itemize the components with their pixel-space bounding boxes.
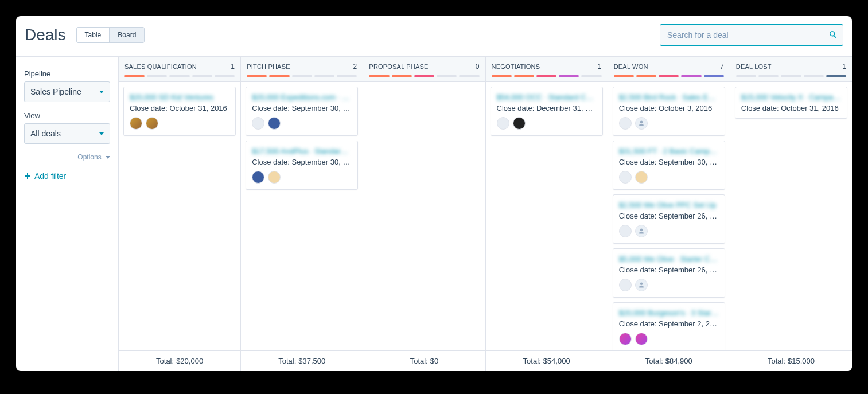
close-date-value: October 31, 2016 — [169, 104, 227, 112]
deal-title: $54,000 OCC · Standard Campa… — [497, 93, 597, 102]
close-date-label: Close date: — [252, 104, 291, 112]
column-title-row: NEGOTIATIONS1 — [492, 63, 602, 71]
deal-close-date: Close date: October 31, 2016 — [130, 104, 229, 112]
column-progress — [736, 75, 846, 77]
deal-avatars — [619, 117, 719, 130]
column-cards: $2,500 Bird Rock · Sales Enab…Close date… — [608, 82, 730, 350]
column-count: 0 — [476, 63, 480, 71]
search-input[interactable] — [666, 30, 829, 40]
deal-close-date: Close date: December 31, 2016 — [497, 104, 597, 112]
progress-segment — [636, 75, 656, 77]
column-total: Total: $54,000 — [486, 350, 608, 371]
column-total: Total: $15,000 — [730, 350, 852, 371]
avatar — [619, 117, 632, 130]
deal-card[interactable]: $2,500 Bird Rock · Sales Enab…Close date… — [613, 87, 725, 136]
column-title: PROPOSAL PHASE — [369, 63, 428, 70]
total-value: $20,000 — [176, 357, 203, 365]
deal-card[interactable]: $5,000 We Olive · Starter Ca…Close date:… — [613, 248, 725, 298]
total-label: Total: — [410, 357, 428, 365]
search-icon — [829, 30, 837, 40]
column-title-row: PITCH PHASE2 — [247, 63, 357, 71]
close-date-value: September 30, 2016 — [292, 104, 352, 112]
person-icon — [638, 282, 645, 288]
deal-title: $5,000 We Olive · Starter Ca… — [619, 255, 719, 263]
deal-card[interactable]: $15,000 Velocity X · CampaignClose date:… — [735, 87, 847, 119]
avatar — [252, 171, 264, 184]
avatar — [268, 171, 281, 184]
progress-segment — [147, 75, 167, 77]
deal-card[interactable]: $20,000 SD Kid VenturesClose date: Octob… — [123, 87, 236, 136]
column-header: PITCH PHASE2 — [241, 57, 363, 82]
avatar — [146, 117, 158, 130]
progress-segment — [124, 75, 145, 77]
progress-segment — [392, 75, 412, 77]
progress-segment — [314, 75, 334, 77]
progress-segment — [781, 75, 801, 77]
view-select[interactable]: All deals — [24, 123, 110, 144]
view-toggle-board[interactable]: Board — [110, 28, 144, 42]
total-value: $15,000 — [788, 357, 815, 365]
pipeline-value: Sales Pipeline — [30, 87, 81, 96]
pipeline-select[interactable]: Sales Pipeline — [24, 81, 110, 102]
close-date-value: October 31, 2016 — [781, 104, 838, 112]
avatar — [635, 225, 648, 237]
progress-segment — [414, 75, 434, 77]
deal-card[interactable]: $20,000 Expeditions.com · Stan…Close dat… — [246, 87, 358, 136]
avatar — [635, 171, 648, 184]
avatar — [635, 279, 648, 291]
column-title-row: SALES QUALIFICATION1 — [124, 63, 235, 71]
deal-card[interactable]: $2,500 We Olive PPC Set UpClose date: Se… — [613, 194, 725, 244]
kanban-column: DEAL WON7$2,500 Bird Rock · Sales Enab…C… — [608, 57, 730, 371]
options-menu[interactable]: Options — [24, 153, 110, 161]
deal-close-date: Close date: September 2, 2016 — [619, 319, 719, 328]
kanban-column: PROPOSAL PHASE0Total: $0 — [363, 57, 485, 371]
avatar — [619, 279, 632, 291]
column-total: Total: $20,000 — [119, 350, 240, 371]
view-toggle-table[interactable]: Table — [77, 28, 110, 42]
filters-sidebar: Pipeline Sales Pipeline View All deals O… — [16, 57, 118, 371]
deal-title: $17,500 AndPlus · Standard Ca… — [252, 147, 352, 155]
total-label: Total: — [523, 357, 541, 365]
column-cards: $20,000 SD Kid VenturesClose date: Octob… — [119, 82, 240, 350]
kanban-column: NEGOTIATIONS1$54,000 OCC · Standard Camp… — [485, 57, 608, 371]
progress-segment — [192, 75, 212, 77]
column-progress — [614, 75, 724, 77]
column-total: Total: $84,900 — [608, 350, 730, 371]
close-date-value: September 26, 20… — [659, 212, 719, 220]
progress-segment — [169, 75, 189, 77]
deal-title: $20,000 Expeditions.com · Stan… — [252, 93, 352, 102]
column-total: Total: $0 — [363, 350, 485, 371]
close-date-value: October 3, 2016 — [659, 104, 712, 112]
total-label: Total: — [645, 357, 663, 365]
progress-segment — [659, 75, 679, 77]
chevron-down-icon — [106, 156, 110, 159]
column-header: DEAL WON7 — [608, 57, 730, 82]
column-title: DEAL LOST — [736, 63, 772, 70]
column-progress — [492, 75, 602, 77]
progress-segment — [269, 75, 289, 77]
total-label: Total: — [768, 357, 785, 365]
column-count: 1 — [231, 63, 235, 71]
view-label: View — [24, 111, 110, 120]
total-value: $84,900 — [665, 357, 692, 365]
deal-close-date: Close date: September 26, 20… — [619, 266, 719, 274]
deal-card[interactable]: $20,000 Burgeson's · 3 Starte…Close date… — [613, 302, 725, 350]
deal-card[interactable]: $54,000 OCC · Standard Campa…Close date:… — [491, 87, 603, 136]
avatar — [252, 117, 264, 130]
deal-card[interactable]: $31,500 FT · 2 Basic Campai…Close date: … — [613, 141, 725, 190]
deal-card[interactable]: $17,500 AndPlus · Standard Ca…Close date… — [246, 141, 358, 190]
deal-avatars — [252, 171, 352, 184]
progress-segment — [536, 75, 556, 77]
deal-avatars — [130, 117, 229, 130]
avatar — [268, 117, 281, 130]
chevron-down-icon — [99, 132, 104, 135]
add-filter-button[interactable]: Add filter — [24, 171, 110, 181]
plus-icon — [24, 173, 31, 180]
close-date-label: Close date: — [619, 158, 659, 166]
pipeline-label: Pipeline — [24, 69, 110, 78]
kanban-column: SALES QUALIFICATION1$20,000 SD Kid Ventu… — [118, 57, 240, 371]
progress-segment — [247, 75, 267, 77]
progress-segment — [614, 75, 634, 77]
column-cards: $15,000 Velocity X · CampaignClose date:… — [730, 82, 852, 350]
deal-avatars — [252, 117, 352, 130]
